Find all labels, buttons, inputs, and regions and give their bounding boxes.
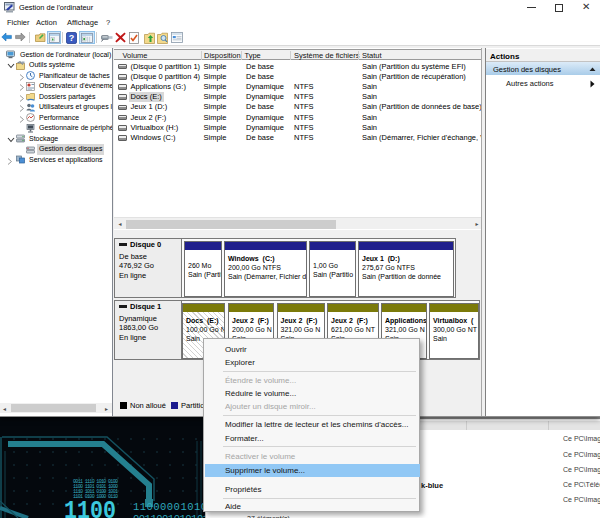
svg-text:11000001010: 11000001010 (133, 501, 206, 513)
svg-text:0011001010101: 0011001010101 (133, 513, 206, 518)
svg-text:1100: 1100 (64, 497, 116, 518)
svg-text:?: ? (69, 33, 75, 43)
